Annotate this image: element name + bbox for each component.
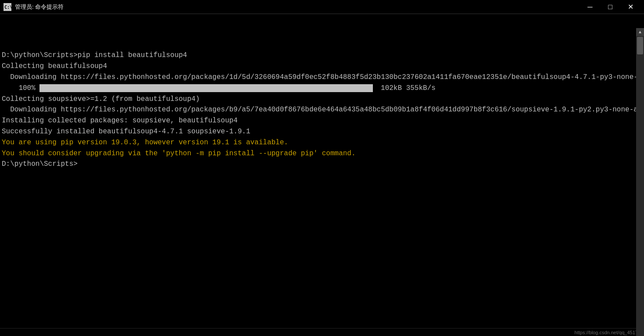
svg-text:C:\: C:\ <box>4 5 11 10</box>
progress-row: 100% 102kB 355kB/s <box>2 83 640 94</box>
scrollbar-thumb[interactable] <box>637 37 643 54</box>
terminal-line: D:\python\Scripts> <box>2 159 640 170</box>
terminal-output[interactable]: D:\python\Scripts>pip install beautifuls… <box>0 14 644 328</box>
progress-bar <box>39 83 373 94</box>
terminal-line: Collecting soupsieve>=1.2 (from beautifu… <box>2 94 640 105</box>
window-controls: ─ □ ✕ <box>580 0 640 14</box>
close-button[interactable]: ✕ <box>620 0 640 14</box>
scroll-up-arrow[interactable]: ▲ <box>636 28 644 36</box>
terminal-wrapper: D:\python\Scripts>pip install beautifuls… <box>0 14 644 328</box>
terminal-line: D:\python\Scripts>pip install beautifuls… <box>2 50 640 61</box>
terminal-line: Successfully installed beautifulsoup4-4.… <box>2 126 640 137</box>
app-icon: C:\ <box>4 3 11 11</box>
progress-info: 102kB 355kB/s <box>376 83 435 94</box>
status-text: https://blog.csdn.net/qq_45178 <box>575 330 640 335</box>
terminal-line: Downloading https://files.pythonhosted.o… <box>2 104 640 115</box>
maximize-button[interactable]: □ <box>600 0 620 14</box>
window-title: 管理员: 命令提示符 <box>15 3 580 11</box>
terminal-line: You are using pip version 19.0.3, howeve… <box>2 137 640 148</box>
scrollbar[interactable]: ▲ <box>636 28 644 336</box>
terminal-line: Downloading https://files.pythonhosted.o… <box>2 72 640 83</box>
terminal-line: Installing collected packages: soupsieve… <box>2 115 640 126</box>
progress-label: 100% <box>2 83 39 94</box>
status-bar: https://blog.csdn.net/qq_45178 <box>0 328 644 336</box>
terminal-line: Collecting beautifulsoup4 <box>2 61 640 72</box>
terminal-line: You should consider upgrading via the 'p… <box>2 148 640 159</box>
minimize-button[interactable]: ─ <box>580 0 600 14</box>
title-bar: C:\ 管理员: 命令提示符 ─ □ ✕ <box>0 0 644 14</box>
